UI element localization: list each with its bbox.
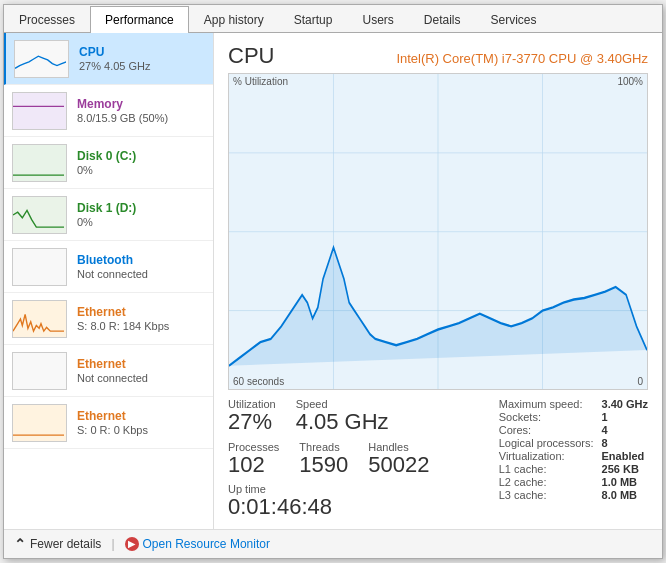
memory-mini-chart bbox=[12, 92, 67, 130]
ethernet3-info: Ethernet S: 0 R: 0 Kbps bbox=[77, 409, 205, 436]
disk0-mini-chart bbox=[12, 144, 67, 182]
bluetooth-sublabel: Not connected bbox=[77, 268, 205, 280]
resource-monitor-icon: ▶ bbox=[125, 537, 139, 551]
tab-app-history[interactable]: App history bbox=[189, 6, 279, 33]
bluetooth-label: Bluetooth bbox=[77, 253, 205, 267]
utilization-value: 27% bbox=[228, 410, 276, 434]
sidebar-scroll[interactable]: CPU 27% 4.05 GHz Memory 8.0/15.9 GB (50%… bbox=[4, 33, 213, 529]
disk1-sublabel: 0% bbox=[77, 216, 205, 228]
fewer-details-button[interactable]: ⌃ Fewer details bbox=[14, 536, 101, 552]
footer: ⌃ Fewer details | ▶ Open Resource Monito… bbox=[4, 529, 662, 558]
handles-label: Handles bbox=[368, 441, 429, 453]
left-stats: Utilization 27% Speed 4.05 GHz Processes… bbox=[228, 398, 499, 519]
cpu-info: CPU 27% 4.05 GHz bbox=[79, 45, 205, 72]
sidebar-item-ethernet3[interactable]: Ethernet S: 0 R: 0 Kbps bbox=[4, 397, 213, 449]
open-resource-monitor-link[interactable]: ▶ Open Resource Monitor bbox=[125, 537, 270, 551]
uptime-group: Up time 0:01:46:48 bbox=[228, 483, 499, 519]
right-l3-value: 8.0 MB bbox=[602, 489, 648, 501]
fewer-details-label: Fewer details bbox=[30, 537, 101, 551]
cpu-label: CPU bbox=[79, 45, 205, 59]
util-speed-row: Utilization 27% Speed 4.05 GHz bbox=[228, 398, 499, 434]
footer-divider: | bbox=[111, 537, 114, 551]
cpu-chart: % Utilization 100% 60 seconds 0 bbox=[228, 73, 648, 390]
task-manager-window: Processes Performance App history Startu… bbox=[3, 4, 663, 559]
ethernet2-mini-chart bbox=[12, 352, 67, 390]
handles-group: Handles 50022 bbox=[368, 441, 429, 477]
right-logical-label: Logical processors: bbox=[499, 437, 594, 449]
sidebar-item-disk1[interactable]: Disk 1 (D:) 0% bbox=[4, 189, 213, 241]
cpu-chart-svg bbox=[229, 74, 647, 389]
cpu-mini-chart bbox=[14, 40, 69, 78]
right-max-speed-label: Maximum speed: bbox=[499, 398, 594, 410]
sidebar-item-bluetooth[interactable]: Bluetooth Not connected bbox=[4, 241, 213, 293]
right-cores-label: Cores: bbox=[499, 424, 594, 436]
tab-bar: Processes Performance App history Startu… bbox=[4, 5, 662, 33]
right-l2-value: 1.0 MB bbox=[602, 476, 648, 488]
main-content: CPU 27% 4.05 GHz Memory 8.0/15.9 GB (50%… bbox=[4, 33, 662, 529]
memory-label: Memory bbox=[77, 97, 205, 111]
tab-performance[interactable]: Performance bbox=[90, 6, 189, 33]
speed-value: 4.05 GHz bbox=[296, 410, 389, 434]
right-max-speed-value: 3.40 GHz bbox=[602, 398, 648, 410]
disk1-mini-chart bbox=[12, 196, 67, 234]
threads-label: Threads bbox=[299, 441, 348, 453]
cpu-detail-panel: CPU Intel(R) Core(TM) i7-3770 CPU @ 3.40… bbox=[214, 33, 662, 529]
right-l1-label: L1 cache: bbox=[499, 463, 594, 475]
ethernet3-sublabel: S: 0 R: 0 Kbps bbox=[77, 424, 205, 436]
bluetooth-info: Bluetooth Not connected bbox=[77, 253, 205, 280]
sidebar-item-ethernet1[interactable]: Ethernet S: 8.0 R: 184 Kbps bbox=[4, 293, 213, 345]
tab-processes[interactable]: Processes bbox=[4, 6, 90, 33]
right-l3-label: L3 cache: bbox=[499, 489, 594, 501]
ethernet2-sublabel: Not connected bbox=[77, 372, 205, 384]
ethernet1-mini-chart bbox=[12, 300, 67, 338]
ethernet1-info: Ethernet S: 8.0 R: 184 Kbps bbox=[77, 305, 205, 332]
processes-value: 102 bbox=[228, 453, 279, 477]
disk0-info: Disk 0 (C:) 0% bbox=[77, 149, 205, 176]
chevron-icon: ⌃ bbox=[14, 536, 26, 552]
cpu-sublabel: 27% 4.05 GHz bbox=[79, 60, 205, 72]
processes-group: Processes 102 bbox=[228, 441, 279, 477]
cpu-panel-title: CPU bbox=[228, 43, 274, 69]
right-virt-label: Virtualization: bbox=[499, 450, 594, 462]
tab-services[interactable]: Services bbox=[476, 6, 552, 33]
disk0-sublabel: 0% bbox=[77, 164, 205, 176]
open-resource-monitor-label: Open Resource Monitor bbox=[143, 537, 270, 551]
ethernet1-sublabel: S: 8.0 R: 184 Kbps bbox=[77, 320, 205, 332]
sidebar-item-cpu[interactable]: CPU 27% 4.05 GHz bbox=[4, 33, 213, 85]
tab-details[interactable]: Details bbox=[409, 6, 476, 33]
uptime-label: Up time bbox=[228, 483, 499, 495]
handles-value: 50022 bbox=[368, 453, 429, 477]
stats-container: Utilization 27% Speed 4.05 GHz Processes… bbox=[228, 398, 648, 519]
ethernet2-info: Ethernet Not connected bbox=[77, 357, 205, 384]
right-l2-label: L2 cache: bbox=[499, 476, 594, 488]
disk1-info: Disk 1 (D:) 0% bbox=[77, 201, 205, 228]
sidebar-item-ethernet2[interactable]: Ethernet Not connected bbox=[4, 345, 213, 397]
sidebar-item-disk0[interactable]: Disk 0 (C:) 0% bbox=[4, 137, 213, 189]
memory-info: Memory 8.0/15.9 GB (50%) bbox=[77, 97, 205, 124]
memory-sublabel: 8.0/15.9 GB (50%) bbox=[77, 112, 205, 124]
sidebar: CPU 27% 4.05 GHz Memory 8.0/15.9 GB (50%… bbox=[4, 33, 214, 529]
ethernet3-label: Ethernet bbox=[77, 409, 205, 423]
cpu-header: CPU Intel(R) Core(TM) i7-3770 CPU @ 3.40… bbox=[228, 43, 648, 69]
disk0-label: Disk 0 (C:) bbox=[77, 149, 205, 163]
ethernet2-label: Ethernet bbox=[77, 357, 205, 371]
right-sockets-label: Sockets: bbox=[499, 411, 594, 423]
disk1-label: Disk 1 (D:) bbox=[77, 201, 205, 215]
right-logical-value: 8 bbox=[602, 437, 648, 449]
right-sockets-value: 1 bbox=[602, 411, 648, 423]
uptime-value: 0:01:46:48 bbox=[228, 495, 499, 519]
ethernet1-label: Ethernet bbox=[77, 305, 205, 319]
right-l1-value: 256 KB bbox=[602, 463, 648, 475]
threads-value: 1590 bbox=[299, 453, 348, 477]
tab-users[interactable]: Users bbox=[347, 6, 408, 33]
utilization-group: Utilization 27% bbox=[228, 398, 276, 434]
bluetooth-mini-chart bbox=[12, 248, 67, 286]
right-cores-value: 4 bbox=[602, 424, 648, 436]
ethernet3-mini-chart bbox=[12, 404, 67, 442]
proc-thread-handle-row: Processes 102 Threads 1590 Handles 50022 bbox=[228, 441, 499, 477]
sidebar-item-memory[interactable]: Memory 8.0/15.9 GB (50%) bbox=[4, 85, 213, 137]
right-virt-value: Enabled bbox=[602, 450, 648, 462]
threads-group: Threads 1590 bbox=[299, 441, 348, 477]
right-stats-grid: Maximum speed: 3.40 GHz Sockets: 1 Cores… bbox=[499, 398, 648, 501]
tab-startup[interactable]: Startup bbox=[279, 6, 348, 33]
